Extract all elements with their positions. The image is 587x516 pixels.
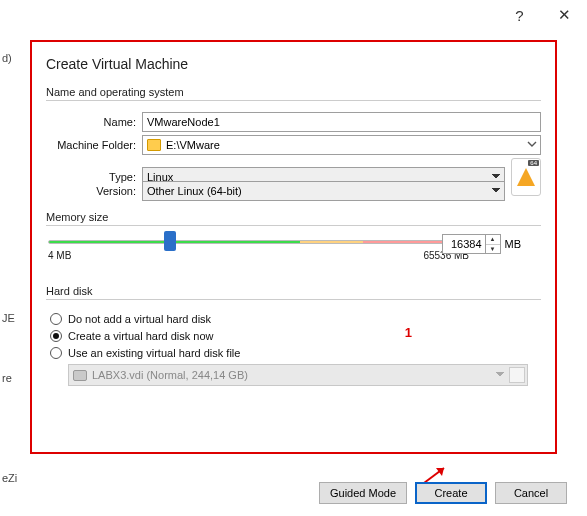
memory-spin-buttons[interactable]: ▲▼: [486, 234, 501, 254]
annotation-1: 1: [405, 325, 412, 340]
radio-label: Create a virtual hard disk now: [68, 330, 214, 342]
titlebar: ? ✕: [497, 0, 587, 30]
spin-down-icon[interactable]: ▼: [486, 245, 500, 254]
version-value: Other Linux (64-bit): [147, 185, 242, 197]
group-legend: Memory size: [46, 211, 541, 225]
memory-slider-thumb[interactable]: [164, 231, 176, 251]
annotation-highlight-box: Create Virtual Machine Name and operatin…: [30, 40, 557, 454]
version-label: Version:: [46, 185, 142, 197]
machine-folder-combo[interactable]: E:\VMware: [142, 135, 541, 155]
radio-existing-disk[interactable]: Use an existing virtual hard disk file: [50, 347, 541, 359]
gutter-text: JE: [0, 310, 22, 370]
radio-label: Do not add a virtual hard disk: [68, 313, 211, 325]
folder-icon: [147, 139, 161, 151]
gutter-spacer: [0, 430, 22, 470]
machine-folder-value: E:\VMware: [166, 139, 220, 151]
cancel-button[interactable]: Cancel: [495, 482, 567, 504]
gutter-text: d): [0, 50, 22, 110]
radio-create-disk[interactable]: Create a virtual hard disk now: [50, 330, 541, 342]
help-button[interactable]: ?: [497, 1, 542, 29]
existing-disk-value: LABX3.vdi (Normal, 244,14 GB): [92, 369, 248, 381]
spin-up-icon[interactable]: ▲: [486, 235, 500, 245]
existing-disk-combo: LABX3.vdi (Normal, 244,14 GB): [68, 364, 528, 386]
dialog-button-row: Guided Mode Create Cancel: [319, 482, 567, 504]
gutter-text: eZi: [0, 470, 22, 516]
gutter-text: re: [0, 370, 22, 430]
version-combo[interactable]: Other Linux (64-bit): [142, 181, 505, 201]
memory-unit: MB: [505, 238, 522, 250]
radio-icon-selected: [50, 330, 62, 342]
type-label: Type:: [46, 171, 142, 183]
radio-label: Use an existing virtual hard disk file: [68, 347, 240, 359]
group-name-os: Name and operating system Name: Machine …: [46, 86, 541, 201]
gutter-spacer: [0, 110, 22, 310]
linux-icon: [517, 168, 535, 186]
radio-icon: [50, 347, 62, 359]
dialog-window: ? ✕ d) JE re eZi Create Virtual Machine …: [0, 0, 587, 516]
dialog-title: Create Virtual Machine: [32, 42, 555, 80]
group-legend: Name and operating system: [46, 86, 541, 100]
chevron-down-icon: [491, 171, 501, 181]
background-gutter: d) JE re eZi: [0, 50, 22, 516]
guided-mode-button[interactable]: Guided Mode: [319, 482, 407, 504]
harddisk-icon: [73, 370, 87, 381]
memory-min-label: 4 MB: [48, 250, 71, 261]
chevron-down-icon: [527, 139, 537, 149]
chevron-down-icon: [495, 369, 505, 379]
machine-folder-label: Machine Folder:: [46, 139, 142, 151]
memory-slider-track[interactable]: [48, 240, 469, 244]
create-button[interactable]: Create: [415, 482, 487, 504]
os-icon: 64: [511, 158, 541, 196]
group-memory: Memory size 4 MB 65536 MB ▲▼ MB: [46, 211, 541, 275]
name-input[interactable]: [142, 112, 541, 132]
chevron-down-icon: [491, 185, 501, 195]
os-bits-badge: 64: [528, 160, 539, 166]
radio-no-disk[interactable]: Do not add a virtual hard disk: [50, 313, 541, 325]
name-label: Name:: [46, 116, 142, 128]
radio-icon: [50, 313, 62, 325]
group-harddisk: Hard disk Do not add a virtual hard disk…: [46, 285, 541, 386]
memory-spinbox[interactable]: [442, 234, 486, 254]
close-button[interactable]: ✕: [542, 1, 587, 29]
group-legend: Hard disk: [46, 285, 541, 299]
browse-disk-button: [509, 367, 525, 383]
